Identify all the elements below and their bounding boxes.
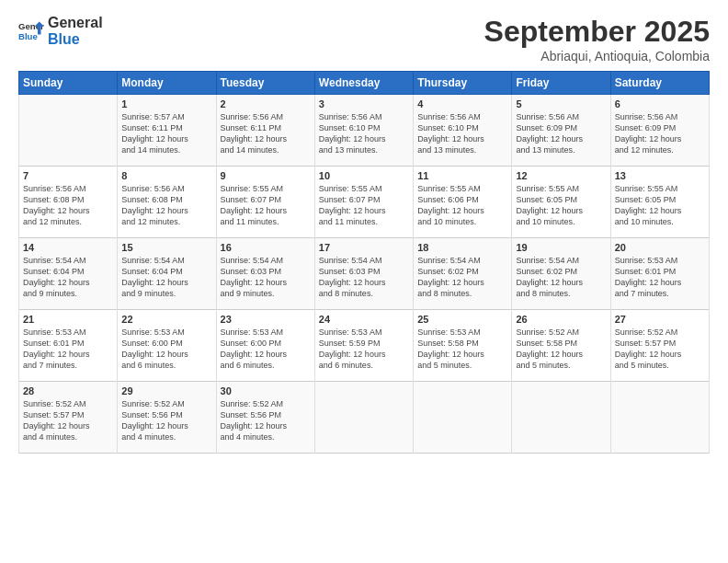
- weekday-header-saturday: Saturday: [610, 72, 709, 95]
- calendar-cell: 16Sunrise: 5:54 AMSunset: 6:03 PMDayligh…: [216, 238, 314, 310]
- calendar-cell: 17Sunrise: 5:54 AMSunset: 6:03 PMDayligh…: [314, 238, 413, 310]
- day-number: 12: [516, 170, 606, 181]
- calendar-cell: 22Sunrise: 5:53 AMSunset: 6:00 PMDayligh…: [118, 310, 216, 382]
- day-number: 21: [23, 314, 113, 325]
- day-info: Sunrise: 5:55 AMSunset: 6:05 PMDaylight:…: [516, 183, 606, 228]
- logo-icon: General Blue: [18, 18, 44, 44]
- calendar-cell: 18Sunrise: 5:54 AMSunset: 6:02 PMDayligh…: [414, 238, 512, 310]
- logo: General Blue General Blue: [18, 15, 103, 47]
- day-info: Sunrise: 5:54 AMSunset: 6:04 PMDaylight:…: [121, 255, 211, 300]
- calendar-cell: 11Sunrise: 5:55 AMSunset: 6:06 PMDayligh…: [414, 167, 512, 238]
- day-number: 24: [319, 314, 409, 325]
- day-number: 1: [121, 98, 211, 109]
- day-info: Sunrise: 5:55 AMSunset: 6:07 PMDaylight:…: [319, 183, 409, 228]
- day-info: Sunrise: 5:56 AMSunset: 6:09 PMDaylight:…: [615, 111, 705, 156]
- calendar-cell: 14Sunrise: 5:54 AMSunset: 6:04 PMDayligh…: [19, 238, 118, 310]
- day-number: 2: [221, 98, 311, 109]
- day-number: 3: [319, 98, 409, 109]
- calendar-table: SundayMondayTuesdayWednesdayThursdayFrid…: [18, 71, 710, 454]
- day-info: Sunrise: 5:55 AMSunset: 6:07 PMDaylight:…: [221, 183, 311, 228]
- week-row-1: 1Sunrise: 5:57 AMSunset: 6:11 PMDaylight…: [19, 95, 710, 167]
- calendar-cell: 15Sunrise: 5:54 AMSunset: 6:04 PMDayligh…: [118, 238, 216, 310]
- day-info: Sunrise: 5:55 AMSunset: 6:06 PMDaylight:…: [417, 183, 507, 228]
- day-number: 29: [121, 385, 211, 396]
- calendar-cell: 25Sunrise: 5:53 AMSunset: 5:58 PMDayligh…: [414, 310, 512, 382]
- day-number: 25: [417, 314, 507, 325]
- day-info: Sunrise: 5:53 AMSunset: 6:01 PMDaylight:…: [23, 327, 113, 372]
- calendar-cell: 20Sunrise: 5:53 AMSunset: 6:01 PMDayligh…: [610, 238, 709, 310]
- day-info: Sunrise: 5:56 AMSunset: 6:10 PMDaylight:…: [417, 111, 507, 156]
- day-number: 30: [221, 385, 311, 396]
- day-info: Sunrise: 5:53 AMSunset: 6:00 PMDaylight:…: [121, 327, 211, 372]
- calendar-cell: 28Sunrise: 5:52 AMSunset: 5:57 PMDayligh…: [19, 382, 118, 454]
- weekday-header-wednesday: Wednesday: [314, 72, 413, 95]
- day-number: 20: [615, 242, 705, 253]
- day-number: 23: [221, 314, 311, 325]
- page: General Blue General Blue September 2025…: [0, 0, 728, 563]
- day-number: 10: [319, 170, 409, 181]
- day-number: 18: [417, 242, 507, 253]
- day-number: 26: [516, 314, 606, 325]
- calendar-cell: 2Sunrise: 5:56 AMSunset: 6:11 PMDaylight…: [216, 95, 314, 167]
- day-info: Sunrise: 5:53 AMSunset: 5:58 PMDaylight:…: [417, 327, 507, 372]
- calendar-cell: 6Sunrise: 5:56 AMSunset: 6:09 PMDaylight…: [610, 95, 709, 167]
- day-info: Sunrise: 5:57 AMSunset: 6:11 PMDaylight:…: [121, 111, 211, 156]
- calendar-cell: 1Sunrise: 5:57 AMSunset: 6:11 PMDaylight…: [118, 95, 216, 167]
- calendar-cell: 24Sunrise: 5:53 AMSunset: 5:59 PMDayligh…: [314, 310, 413, 382]
- calendar-cell: 13Sunrise: 5:55 AMSunset: 6:05 PMDayligh…: [610, 167, 709, 238]
- weekday-header-sunday: Sunday: [19, 72, 118, 95]
- day-info: Sunrise: 5:56 AMSunset: 6:09 PMDaylight:…: [516, 111, 606, 156]
- calendar-cell: 30Sunrise: 5:52 AMSunset: 5:56 PMDayligh…: [216, 382, 314, 454]
- calendar-cell: [512, 382, 610, 454]
- calendar-cell: 12Sunrise: 5:55 AMSunset: 6:05 PMDayligh…: [512, 167, 610, 238]
- header: General Blue General Blue September 2025…: [18, 15, 710, 63]
- day-number: 27: [615, 314, 705, 325]
- day-number: 22: [121, 314, 211, 325]
- day-info: Sunrise: 5:54 AMSunset: 6:02 PMDaylight:…: [417, 255, 507, 300]
- calendar-cell: 5Sunrise: 5:56 AMSunset: 6:09 PMDaylight…: [512, 95, 610, 167]
- day-info: Sunrise: 5:54 AMSunset: 6:03 PMDaylight:…: [319, 255, 409, 300]
- calendar-cell: 3Sunrise: 5:56 AMSunset: 6:10 PMDaylight…: [314, 95, 413, 167]
- calendar-cell: 29Sunrise: 5:52 AMSunset: 5:56 PMDayligh…: [118, 382, 216, 454]
- day-number: 16: [221, 242, 311, 253]
- calendar-cell: [414, 382, 512, 454]
- day-number: 5: [516, 98, 606, 109]
- calendar-cell: 10Sunrise: 5:55 AMSunset: 6:07 PMDayligh…: [314, 167, 413, 238]
- day-number: 14: [23, 242, 113, 253]
- day-info: Sunrise: 5:52 AMSunset: 5:57 PMDaylight:…: [23, 398, 113, 443]
- day-info: Sunrise: 5:56 AMSunset: 6:08 PMDaylight:…: [121, 183, 211, 228]
- weekday-header-row: SundayMondayTuesdayWednesdayThursdayFrid…: [19, 72, 710, 95]
- day-info: Sunrise: 5:52 AMSunset: 5:58 PMDaylight:…: [516, 327, 606, 372]
- subtitle: Abriaqui, Antioquia, Colombia: [484, 49, 710, 63]
- day-info: Sunrise: 5:56 AMSunset: 6:08 PMDaylight:…: [23, 183, 113, 228]
- day-info: Sunrise: 5:52 AMSunset: 5:56 PMDaylight:…: [221, 398, 311, 443]
- day-info: Sunrise: 5:54 AMSunset: 6:03 PMDaylight:…: [221, 255, 311, 300]
- day-number: 19: [516, 242, 606, 253]
- week-row-5: 28Sunrise: 5:52 AMSunset: 5:57 PMDayligh…: [19, 382, 710, 454]
- day-number: 7: [23, 170, 113, 181]
- day-number: 15: [121, 242, 211, 253]
- day-number: 8: [121, 170, 211, 181]
- weekday-header-monday: Monday: [118, 72, 216, 95]
- day-info: Sunrise: 5:52 AMSunset: 5:56 PMDaylight:…: [121, 398, 211, 443]
- day-info: Sunrise: 5:56 AMSunset: 6:11 PMDaylight:…: [221, 111, 311, 156]
- calendar-cell: 9Sunrise: 5:55 AMSunset: 6:07 PMDaylight…: [216, 167, 314, 238]
- month-title: September 2025: [484, 15, 710, 49]
- calendar-cell: 26Sunrise: 5:52 AMSunset: 5:58 PMDayligh…: [512, 310, 610, 382]
- day-info: Sunrise: 5:53 AMSunset: 6:00 PMDaylight:…: [221, 327, 311, 372]
- day-number: 11: [417, 170, 507, 181]
- logo-line2: Blue: [48, 31, 103, 48]
- day-number: 9: [221, 170, 311, 181]
- day-number: 17: [319, 242, 409, 253]
- weekday-header-tuesday: Tuesday: [216, 72, 314, 95]
- day-info: Sunrise: 5:55 AMSunset: 6:05 PMDaylight:…: [615, 183, 705, 228]
- calendar-cell: [610, 382, 709, 454]
- day-info: Sunrise: 5:53 AMSunset: 6:01 PMDaylight:…: [615, 255, 705, 300]
- day-info: Sunrise: 5:53 AMSunset: 5:59 PMDaylight:…: [319, 327, 409, 372]
- day-number: 4: [417, 98, 507, 109]
- calendar-cell: 4Sunrise: 5:56 AMSunset: 6:10 PMDaylight…: [414, 95, 512, 167]
- title-block: September 2025 Abriaqui, Antioquia, Colo…: [484, 15, 710, 63]
- day-number: 28: [23, 385, 113, 396]
- weekday-header-thursday: Thursday: [414, 72, 512, 95]
- calendar-cell: [314, 382, 413, 454]
